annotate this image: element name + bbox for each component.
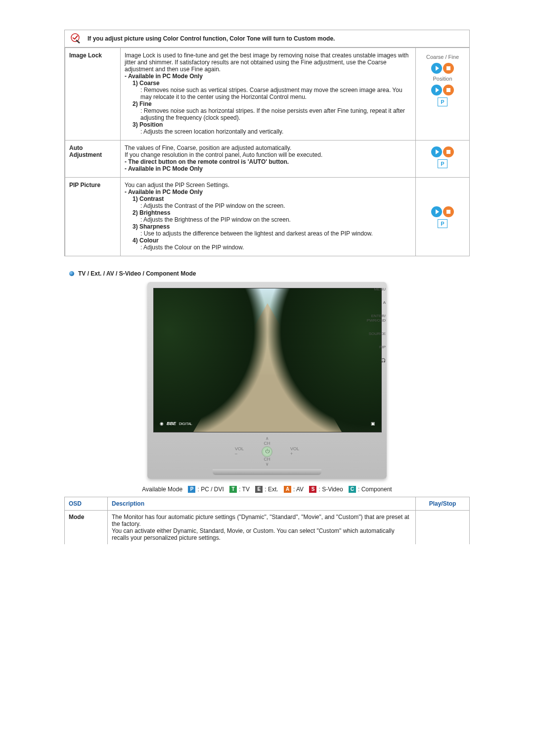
page: If you adjust picture using Color Contro… [35, 0, 499, 574]
row-desc: The Monitor has four automatic picture s… [108, 510, 416, 544]
play-icon[interactable] [431, 146, 442, 157]
p-badge-icon: P [438, 97, 447, 106]
row-name: PIP Picture [65, 178, 121, 256]
option-title: 1) Contrast [133, 195, 411, 202]
option-title: 2) Fine [133, 100, 411, 107]
row-description: You can adjust the PIP Screen Settings. … [121, 178, 416, 256]
play-stop-cell: P [416, 141, 470, 178]
monitor-illustration: ◉ BBE DIGITAL ▣ MENU A ENTER/ PWR/OSD SO… [64, 282, 470, 479]
option-body: : Removes noise such as horizontal strip… [133, 107, 411, 121]
play-icon[interactable] [431, 63, 442, 74]
bbe-sub: DIGITAL [179, 422, 192, 425]
vol-down[interactable]: VOL – [235, 447, 244, 457]
e-badge: E [255, 486, 263, 493]
table-row: Mode The Monitor has four automatic pict… [65, 510, 470, 544]
table-row: Auto Adjustment The values of Fine, Coar… [65, 141, 470, 178]
mode-label: Available Mode [142, 486, 182, 493]
t-label: : TV [239, 486, 250, 493]
note: - Available in PC Mode Only [125, 189, 411, 195]
front-controls: VOL – ∧ CH ⏻ CH ∨ VOL + [153, 436, 381, 467]
row-description: The values of Fine, Coarse, position are… [121, 141, 416, 178]
headphone-icon: 🎧 [367, 358, 386, 363]
table-row: Image Lock Image Lock is used to fine-tu… [65, 48, 470, 141]
side-source[interactable]: SOURCE [367, 331, 386, 336]
play-label: Position [433, 76, 452, 82]
section-header: TV / Ext. / AV / S-Video / Component Mod… [69, 270, 470, 277]
row-description: Image Lock is used to fine-tune and get … [121, 48, 416, 141]
header-description: Description [108, 497, 416, 510]
side-pip[interactable]: PIP [367, 345, 386, 349]
power-button[interactable]: ⏻ [262, 446, 272, 457]
a-badge: A [284, 486, 291, 493]
play-label: Coarse / Fine [426, 54, 459, 60]
ch-label: CH [264, 441, 270, 446]
play-stop-cell: Coarse / Fine Position P [416, 48, 470, 141]
ch-down-arrow[interactable]: ∨ [266, 462, 269, 467]
note: - The direct button on the remote contro… [125, 158, 411, 165]
stop-icon[interactable] [443, 146, 454, 157]
option-body: : Use to adjusts the difference between … [133, 230, 411, 237]
notice-text: If you adjust picture using Color Contro… [88, 35, 335, 42]
pc-mode-block: If you adjust picture using Color Contro… [64, 30, 470, 256]
option-title: 2) Brightness [133, 209, 411, 216]
option-body: : Adjusts the screen location horizontal… [133, 128, 411, 135]
osd-right-icon: ▣ [371, 421, 375, 426]
header-playstop: Play/Stop [416, 497, 470, 510]
bbe-logo: BBE [167, 421, 176, 426]
side-menu[interactable]: MENU [367, 287, 386, 291]
note: - Available in PC Mode Only [125, 165, 411, 172]
note: - Available in PC Mode Only [125, 73, 411, 80]
p-badge: P [188, 486, 195, 493]
table-header-row: OSD Description Play/Stop [65, 497, 470, 510]
option-title: 4) Colour [133, 237, 411, 244]
intro-text: You can adjust the PIP Screen Settings. [125, 182, 411, 189]
option-body: : Adjusts the Contrast of the PIP window… [133, 202, 411, 209]
stop-icon[interactable] [443, 63, 454, 74]
stop-icon[interactable] [443, 85, 454, 95]
side-buttons: MENU A ENTER/ PWR/OSD SOURCE PIP 🎧 [367, 287, 386, 363]
row-play [416, 510, 470, 544]
c-label: : Component [358, 486, 392, 493]
play-stop-cell: P [416, 178, 470, 256]
side-enter[interactable]: ENTER/ PWR/OSD [367, 314, 386, 323]
option-title: 3) Position [133, 121, 411, 128]
tv-mode-table: OSD Description Play/Stop Mode The Monit… [64, 497, 470, 544]
stop-icon[interactable] [443, 206, 454, 217]
play-icon[interactable] [431, 85, 442, 95]
intro-text: Image Lock is used to fine-tune and get … [125, 52, 411, 73]
section-title: TV / Ext. / AV / S-Video / Component Mod… [78, 270, 196, 277]
notice-bar: If you adjust picture using Color Contro… [65, 30, 470, 47]
c-badge: C [349, 486, 356, 493]
p-badge-icon: P [438, 219, 447, 228]
available-mode-line: Available Mode P : PC / DVI T : TV E : E… [64, 486, 470, 493]
option-title: 1) Coarse [133, 80, 411, 87]
side-av[interactable]: A [367, 300, 386, 305]
row-name: Image Lock [65, 48, 121, 141]
option-title: 3) Sharpness [133, 223, 411, 230]
s-badge: S [309, 486, 316, 493]
bullet-icon [69, 271, 74, 276]
play-icon[interactable] [431, 206, 442, 217]
header-osd: OSD [65, 497, 108, 510]
p-label: : PC / DVI [197, 486, 223, 493]
monitor-screen: ◉ BBE DIGITAL ▣ [153, 288, 382, 432]
monitor-stand [213, 469, 321, 475]
option-body: : Adjusts the Brightness of the PIP wind… [133, 216, 411, 223]
t-badge: T [229, 486, 237, 493]
svg-point-0 [71, 34, 79, 42]
vol-up[interactable]: VOL + [290, 447, 299, 457]
e-label: : Ext. [265, 486, 278, 493]
p-badge-icon: P [438, 159, 447, 168]
row-name: Auto Adjustment [65, 141, 121, 178]
monitor-frame: ◉ BBE DIGITAL ▣ MENU A ENTER/ PWR/OSD SO… [147, 282, 387, 479]
pc-mode-table: Image Lock Image Lock is used to fine-tu… [65, 47, 470, 256]
option-body: : Adjusts the Colour on the PIP window. [133, 244, 411, 251]
srs-icon: ◉ [160, 421, 164, 426]
a-label: : AV [293, 486, 304, 493]
osd-bar: ◉ BBE DIGITAL ▣ [158, 419, 377, 428]
table-row: PIP Picture You can adjust the PIP Scree… [65, 178, 470, 256]
check-brush-icon [70, 33, 81, 44]
s-label: : S-Video [318, 486, 343, 493]
option-body: : Removes noise such as vertical stripes… [133, 87, 411, 100]
intro-text: The values of Fine, Coarse, position are… [125, 144, 411, 158]
